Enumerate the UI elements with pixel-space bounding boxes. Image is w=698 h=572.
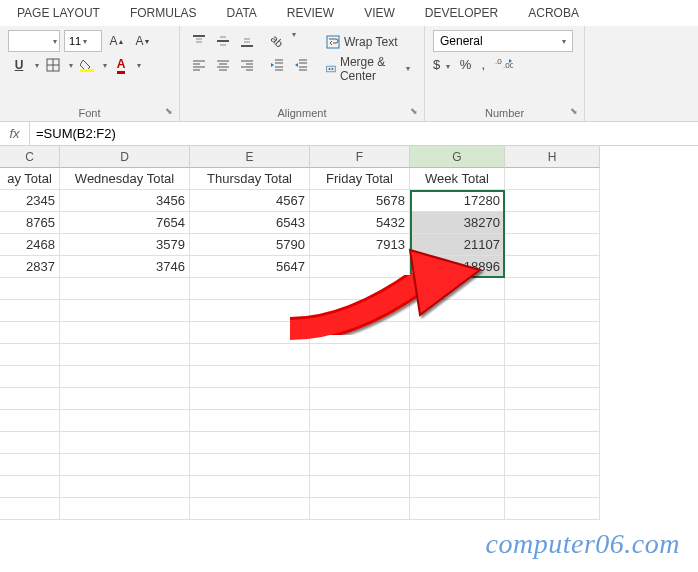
cell[interactable] [190,410,310,432]
cell[interactable] [0,498,60,520]
cell[interactable]: 4567 [190,190,310,212]
cell[interactable] [505,212,600,234]
cell[interactable] [505,498,600,520]
cell[interactable]: 38270 [410,212,505,234]
merge-center-button[interactable]: Merge & Center ▾ [320,56,416,80]
align-right-icon[interactable] [236,54,258,76]
cell[interactable] [0,454,60,476]
cell[interactable]: 2468 [0,234,60,256]
tab-developer[interactable]: DEVELOPER [410,0,513,26]
cell[interactable] [310,344,410,366]
increase-decimal-icon[interactable]: .0.00 [495,56,513,72]
cell[interactable]: 5432 [310,212,410,234]
col-header-c[interactable]: C [0,146,60,168]
cell[interactable] [190,476,310,498]
col-header-e[interactable]: E [190,146,310,168]
cell[interactable] [505,476,600,498]
cell[interactable] [310,278,410,300]
fx-button[interactable]: fx [0,122,30,145]
dialog-launcher-icon[interactable]: ⬊ [163,106,175,118]
cell[interactable] [505,234,600,256]
tab-formulas[interactable]: FORMULAS [115,0,212,26]
cell[interactable] [60,278,190,300]
tab-acrobat[interactable]: ACROBA [513,0,594,26]
cell[interactable] [505,168,600,190]
formula-input[interactable]: =SUM(B2:F2) [30,122,698,145]
cell[interactable] [190,278,310,300]
cell[interactable] [505,366,600,388]
tab-page-layout[interactable]: PAGE LAYOUT [2,0,115,26]
cell[interactable]: 2837 [0,256,60,278]
col-header-g[interactable]: G [410,146,505,168]
number-format-dropdown[interactable]: General ▾ [433,30,573,52]
borders-icon[interactable] [42,54,64,76]
col-header-h[interactable]: H [505,146,600,168]
cell[interactable] [60,344,190,366]
increase-font-icon[interactable]: A▲ [106,30,128,52]
cell[interactable] [410,498,505,520]
chevron-down-icon[interactable]: ▾ [137,61,141,70]
cell[interactable] [410,300,505,322]
cell[interactable] [310,366,410,388]
cell[interactable]: Thursday Total [190,168,310,190]
cell[interactable] [310,256,410,278]
cell[interactable] [60,410,190,432]
cell[interactable] [505,344,600,366]
cell[interactable] [0,344,60,366]
cell[interactable] [410,476,505,498]
cell[interactable]: 3746 [60,256,190,278]
cell[interactable] [505,388,600,410]
cell[interactable] [310,476,410,498]
cell[interactable]: ay Total [0,168,60,190]
cell[interactable]: 5790 [190,234,310,256]
cell[interactable]: 7654 [60,212,190,234]
cell[interactable] [505,410,600,432]
decrease-font-icon[interactable]: A▼ [132,30,154,52]
cell[interactable] [410,322,505,344]
cell[interactable] [0,278,60,300]
cell[interactable]: 3456 [60,190,190,212]
cell[interactable] [0,410,60,432]
align-center-icon[interactable] [212,54,234,76]
align-middle-icon[interactable] [212,30,234,52]
align-top-icon[interactable] [188,30,210,52]
cell[interactable] [60,454,190,476]
chevron-down-icon[interactable]: ▾ [103,61,107,70]
cell[interactable]: 8765 [0,212,60,234]
cell[interactable] [310,410,410,432]
font-color-icon[interactable]: A [110,54,132,76]
cell[interactable] [190,388,310,410]
cell[interactable] [190,432,310,454]
cell[interactable] [310,432,410,454]
cell[interactable] [310,388,410,410]
cell[interactable] [0,432,60,454]
cell[interactable]: Wednesday Total [60,168,190,190]
cell[interactable] [60,476,190,498]
align-left-icon[interactable] [188,54,210,76]
cell[interactable] [0,300,60,322]
font-size-dropdown[interactable]: 11 ▾ [64,30,102,52]
orientation-icon[interactable]: ab [266,30,288,52]
increase-indent-icon[interactable] [290,54,312,76]
cell[interactable]: Friday Total [310,168,410,190]
chevron-down-icon[interactable]: ▾ [69,61,73,70]
cell-active[interactable]: 17280 [410,190,505,212]
decrease-indent-icon[interactable] [266,54,288,76]
cell[interactable]: 5647 [190,256,310,278]
cell[interactable] [190,300,310,322]
col-header-d[interactable]: D [60,146,190,168]
cell[interactable]: 3579 [60,234,190,256]
cell[interactable] [505,454,600,476]
dialog-launcher-icon[interactable]: ⬊ [408,106,420,118]
cell[interactable] [505,278,600,300]
fill-color-icon[interactable] [76,54,98,76]
cell[interactable]: 18896 [410,256,505,278]
cell[interactable] [190,454,310,476]
wrap-text-button[interactable]: Wrap Text [320,30,416,54]
font-name-dropdown[interactable]: ▾ [8,30,60,52]
cell[interactable] [190,322,310,344]
cell[interactable] [505,190,600,212]
cell[interactable] [60,498,190,520]
cell[interactable] [505,256,600,278]
cell[interactable] [410,410,505,432]
